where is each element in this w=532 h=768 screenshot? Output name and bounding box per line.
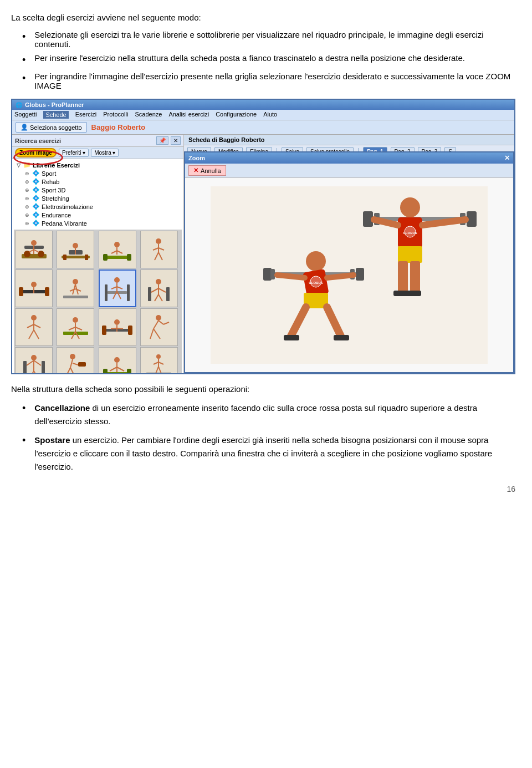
svg-line-76 (154, 321, 158, 329)
bullet-text-1: Selezionate gli esercizi tra le varie li… (34, 30, 515, 49)
search-bar: Ricerca esercizi 📌 ✕ (12, 135, 183, 147)
svg-line-53 (155, 294, 158, 301)
svg-point-75 (156, 315, 161, 321)
zoom-image-button[interactable]: Zoom Image (15, 148, 57, 157)
exercise-cell-14[interactable] (57, 347, 94, 373)
svg-rect-119 (410, 261, 420, 292)
zoom-title: Zoom (188, 155, 205, 161)
menu-scadenze[interactable]: Scadenze (135, 111, 162, 119)
menu-configurazione[interactable]: Configurazione (216, 111, 257, 119)
tree-children: ⊕ 💠 Sport ⊕ 💠 Rehab ⊕ 💠 Sport 3D (23, 169, 182, 227)
pin-button[interactable]: 📌 (156, 136, 168, 145)
menu-schede[interactable]: Schede (43, 111, 68, 119)
exercise-cell-13[interactable] (15, 347, 53, 373)
menu-soggetti[interactable]: Soggetti (14, 111, 37, 119)
svg-rect-129 (356, 268, 364, 281)
sport-icon: 💠 (32, 170, 40, 177)
svg-line-101 (117, 367, 124, 371)
exercise-cell-4[interactable] (140, 231, 178, 268)
menu-bar[interactable]: Soggetti Schede Esercizi Protocolli Scad… (12, 110, 514, 120)
svg-line-7 (34, 250, 39, 252)
tree-label-elettro: Elettrostimolazione (42, 204, 93, 210)
expand-sport[interactable]: ⊕ (24, 171, 30, 176)
menu-aiuto[interactable]: Aiuto (263, 111, 277, 119)
expand-rehab[interactable]: ⊕ (24, 179, 30, 185)
main-toolbar: 👤 Seleziona soggetto Baggio Roberto (12, 120, 514, 135)
svg-line-100 (110, 367, 117, 371)
preferiti-button[interactable]: Preferiti ▾ (59, 149, 89, 157)
svg-point-115 (400, 197, 420, 217)
sport3d-icon: 💠 (32, 186, 40, 194)
svg-line-36 (70, 289, 75, 291)
svg-line-54 (158, 294, 162, 301)
tree-label-rehab: Rehab (42, 179, 59, 185)
svg-line-52 (158, 288, 166, 292)
svg-point-55 (31, 315, 37, 321)
svg-rect-9 (63, 255, 66, 260)
expand-endurance[interactable]: ⊕ (24, 212, 30, 218)
select-subject-button[interactable]: 👤 Seleziona soggetto (16, 122, 87, 133)
svg-rect-117 (398, 246, 422, 263)
menu-esercizi[interactable]: Esercizi (75, 111, 97, 119)
tree-item-elettro[interactable]: ⊕ 💠 Elettrostimolazione (23, 202, 182, 211)
bottom-text-1: Cancellazione di un esercizio erroneamen… (34, 401, 515, 428)
exercise-cell-11[interactable] (99, 308, 136, 346)
exercise-cell-9[interactable] (15, 308, 53, 346)
subject-name: Baggio Roberto (91, 123, 146, 131)
svg-text:GLOBUS: GLOBUS (309, 281, 323, 284)
svg-rect-69 (102, 325, 106, 335)
zoom-cancel-button[interactable]: ✕ Annulla (188, 165, 226, 176)
expand-pedana[interactable]: ⊕ (24, 221, 30, 226)
svg-point-33 (73, 279, 78, 284)
tree-item-sport3d[interactable]: ⊕ 💠 Sport 3D (23, 186, 182, 194)
svg-line-19 (111, 251, 117, 253)
exercise-cell-12[interactable] (140, 308, 178, 346)
svg-line-57 (27, 324, 34, 328)
zoom-close-button[interactable]: ✕ (504, 154, 510, 162)
expand-stretching[interactable]: ⊕ (24, 196, 30, 201)
exercise-cell-7[interactable] (99, 269, 136, 307)
intro-title: La scelta degli esercizi avviene nel seg… (11, 11, 515, 24)
tree-item-stretching[interactable]: ⊕ 💠 Stretching (23, 194, 182, 202)
exercise-cell-10[interactable] (57, 308, 94, 346)
exercise-cell-6[interactable] (57, 269, 94, 307)
menu-analisi[interactable]: Analisi esercizi (168, 111, 209, 119)
tree-label-sport3d: Sport 3D (42, 187, 65, 194)
menu-protocolli[interactable]: Protocolli (103, 111, 128, 119)
svg-point-83 (31, 355, 37, 360)
svg-text:GLOBUS: GLOBUS (403, 231, 417, 235)
close-search-button[interactable]: ✕ (171, 136, 181, 145)
svg-rect-15 (103, 254, 108, 261)
tree-item-sport[interactable]: ⊕ 💠 Sport (23, 169, 182, 177)
exercise-cell-15[interactable] (99, 347, 136, 373)
exercise-cell-5[interactable] (15, 269, 53, 307)
svg-rect-136 (284, 335, 299, 340)
tree-item-endurance[interactable]: ⊕ 💠 Endurance (23, 211, 182, 219)
tree-item-rehab[interactable]: ⊕ 💠 Rehab (23, 177, 182, 186)
expand-elettro[interactable]: ⊕ (24, 204, 30, 210)
tree-item-pedana[interactable]: ⊕ 💠 Pedana Vibrante (23, 219, 182, 227)
svg-line-44 (117, 287, 122, 289)
svg-rect-48 (166, 287, 170, 301)
exercise-cell-16[interactable] (140, 347, 178, 373)
zoom-svg: GLOBUS (211, 186, 488, 364)
zoom-title-bar: Zoom ✕ (185, 152, 513, 164)
pedana-icon: 💠 (32, 220, 40, 227)
tree-label-sport: Sport (42, 170, 56, 177)
expand-root[interactable]: ▽ (15, 162, 22, 168)
tree-root[interactable]: ▽ 📁 Librerie Esercizi (14, 161, 182, 169)
svg-line-59 (29, 330, 34, 339)
mostra-button[interactable]: Mostra ▾ (91, 149, 119, 157)
svg-line-84 (27, 360, 34, 365)
exercise-cell-2[interactable] (57, 231, 94, 268)
expand-sport3d[interactable]: ⊕ (24, 187, 30, 193)
bullet-item-2: Per inserire l'esercizio nella struttura… (22, 53, 515, 67)
bullet-item-1: Selezionate gli esercizi tra le varie li… (22, 30, 515, 49)
exercise-cell-1[interactable] (15, 231, 53, 268)
app-window: 🌐 Globus - ProPlanner Soggetti Schede Es… (11, 99, 515, 374)
elettro-icon: 💠 (32, 203, 40, 210)
bullet-text-2: Per inserire l'esercizio nella struttura… (34, 53, 465, 63)
exercise-cell-3[interactable] (99, 231, 136, 268)
exercise-cell-8[interactable] (140, 269, 178, 307)
svg-line-23 (153, 248, 158, 250)
